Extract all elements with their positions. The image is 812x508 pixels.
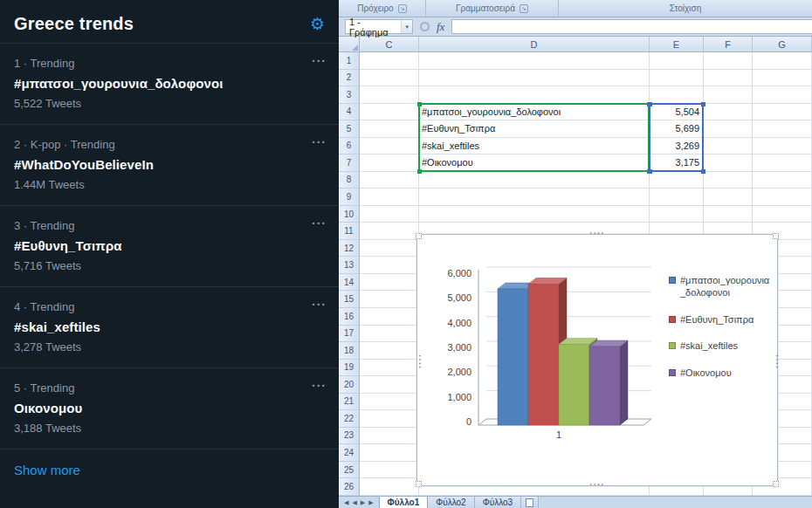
cell-C17[interactable] (360, 326, 419, 343)
cell-C1[interactable] (360, 52, 419, 70)
dialog-launcher-icon[interactable]: ↘ (520, 4, 528, 13)
cell-G5[interactable] (753, 120, 812, 138)
chart-drag-handle-icon[interactable]: ···· (589, 232, 604, 236)
bar-3[interactable] (589, 347, 620, 425)
cell-C9[interactable] (360, 189, 419, 206)
row-header-26[interactable]: 26 (339, 478, 360, 496)
cell-G7[interactable] (753, 154, 812, 172)
more-options-icon[interactable]: ··· (312, 135, 327, 149)
cell-C14[interactable] (360, 274, 419, 292)
trend-item-4[interactable]: 4 · Trending #skai_xeftiles 3,278 Tweets… (0, 286, 339, 367)
chart-drag-handle-icon[interactable]: ···· (589, 484, 604, 487)
row-header-13[interactable]: 13 (339, 257, 360, 274)
cell-E5[interactable]: 5,699 (650, 120, 704, 138)
trend-item-1[interactable]: 1 · Trending #μπατσοι_γουρουνια_δολοφονο… (0, 43, 339, 124)
cell-C2[interactable] (360, 70, 419, 87)
cell-G4[interactable] (753, 104, 812, 121)
row-header-24[interactable]: 24 (339, 444, 360, 462)
insert-sheet-tab[interactable] (521, 497, 539, 508)
cell-E8[interactable] (650, 172, 704, 189)
more-options-icon[interactable]: ··· (312, 216, 327, 230)
cell-E2[interactable] (650, 70, 704, 87)
col-header-G[interactable]: G (753, 37, 812, 51)
chart-resize-handle[interactable] (416, 481, 422, 487)
cell-F9[interactable] (704, 189, 753, 206)
cell-D10[interactable] (419, 206, 650, 223)
more-options-icon[interactable]: ··· (312, 298, 327, 312)
cell-F10[interactable] (704, 206, 753, 223)
cell-C3[interactable] (360, 86, 419, 104)
cell-E7[interactable]: 3,175 (650, 154, 704, 172)
cell-D3[interactable] (419, 86, 650, 104)
trend-item-2[interactable]: 2 · K-pop · Trending #WhatDoYouBelieveIn… (0, 124, 339, 205)
bar-0[interactable] (498, 289, 528, 425)
cell-G10[interactable] (753, 206, 812, 223)
sheet-tab-2[interactable]: Φύλλο2 (428, 497, 474, 508)
row-header-19[interactable]: 19 (339, 360, 360, 377)
cell-G2[interactable] (753, 70, 812, 87)
cell-C5[interactable] (360, 120, 419, 138)
select-all-corner[interactable] (339, 37, 360, 51)
cell-C11[interactable] (360, 223, 419, 240)
cell-E9[interactable] (650, 189, 704, 206)
cell-D2[interactable] (419, 70, 650, 87)
cell-F3[interactable] (704, 86, 753, 104)
cell-F1[interactable] (704, 52, 753, 70)
row-header-5[interactable]: 5 (339, 120, 360, 138)
cell-D5[interactable]: #Ευθυνη_Τσιπρα (419, 120, 650, 138)
cell-F2[interactable] (704, 70, 753, 87)
bar-2[interactable] (559, 344, 589, 425)
more-options-icon[interactable]: ··· (312, 379, 327, 393)
legend-item-2[interactable]: #skai_xeftiles (669, 340, 774, 353)
row-header-18[interactable]: 18 (339, 342, 360, 360)
cell-C18[interactable] (360, 342, 419, 360)
row-header-14[interactable]: 14 (339, 274, 360, 292)
cell-F6[interactable] (704, 138, 753, 155)
row-header-12[interactable]: 12 (339, 240, 360, 257)
name-box-dropdown-icon[interactable]: ▼ (401, 20, 412, 33)
cell-C13[interactable] (360, 257, 419, 274)
row-header-6[interactable]: 6 (339, 138, 360, 155)
insert-function-icon[interactable] (420, 22, 430, 31)
chart-canvas[interactable]: 01,0002,0003,0004,0005,0006,0001 (417, 235, 671, 485)
cell-D9[interactable] (419, 189, 650, 206)
cell-C10[interactable] (360, 206, 419, 223)
cell-C22[interactable] (360, 410, 419, 428)
chart-object[interactable]: 01,0002,0003,0004,0005,0006,0001 ···· ··… (416, 234, 778, 486)
legend-item-0[interactable]: #μπατσοι_γουρουνια_δολοφονοι (669, 275, 774, 299)
row-header-23[interactable]: 23 (339, 428, 360, 445)
row-header-7[interactable]: 7 (339, 154, 360, 172)
chart-resize-handle[interactable] (773, 481, 779, 487)
bar-1[interactable] (528, 285, 559, 425)
cell-G1[interactable] (753, 52, 812, 70)
chart-resize-handle[interactable] (773, 233, 779, 239)
cell-C16[interactable] (360, 308, 419, 326)
row-header-1[interactable]: 1 (339, 52, 360, 70)
cell-F7[interactable] (704, 154, 753, 172)
legend-item-3[interactable]: #Οικονομου (669, 367, 774, 380)
row-header-8[interactable]: 8 (339, 172, 360, 189)
cell-C7[interactable] (360, 154, 419, 172)
cell-C25[interactable] (360, 462, 419, 479)
row-header-17[interactable]: 17 (339, 326, 360, 343)
settings-gear-icon[interactable]: ⚙ (310, 16, 325, 32)
cell-C23[interactable] (360, 428, 419, 445)
row-header-20[interactable]: 20 (339, 376, 360, 394)
cell-E1[interactable] (650, 52, 704, 70)
cell-F4[interactable] (704, 104, 753, 121)
cell-D8[interactable] (419, 172, 650, 189)
cell-E3[interactable] (650, 86, 704, 104)
row-header-9[interactable]: 9 (339, 189, 360, 206)
cell-D1[interactable] (419, 52, 650, 70)
row-header-25[interactable]: 25 (339, 462, 360, 479)
cell-E10[interactable] (650, 206, 704, 223)
nav-last-sheet-icon[interactable]: ▶ (368, 499, 373, 506)
row-header-16[interactable]: 16 (339, 308, 360, 326)
chart-drag-handle-icon[interactable]: ···· (417, 354, 421, 369)
dialog-launcher-icon[interactable]: ↘ (398, 4, 407, 13)
chart-drag-handle-icon[interactable]: ···· (774, 354, 777, 369)
cell-C21[interactable] (360, 394, 419, 411)
cell-C24[interactable] (360, 444, 419, 462)
cell-C12[interactable] (360, 240, 419, 257)
nav-first-sheet-icon[interactable]: ◀ (344, 499, 348, 506)
